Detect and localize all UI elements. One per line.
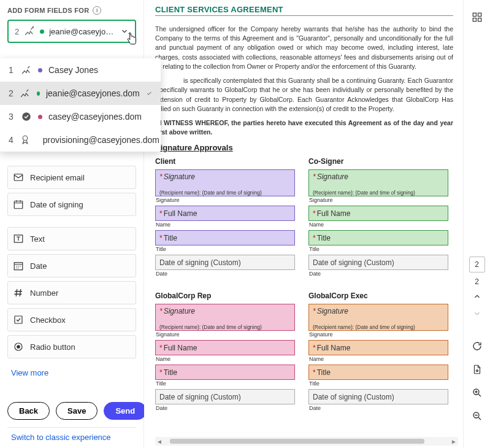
- signature-block: GlobalCorp Exec*Signature(Recipient name…: [308, 292, 448, 414]
- field-date[interactable]: Date: [7, 254, 136, 277]
- switch-classic-link[interactable]: Switch to classic experience: [7, 433, 136, 442]
- scroll-left-icon[interactable]: ◄: [155, 438, 164, 445]
- back-button[interactable]: Back: [7, 402, 50, 420]
- check-icon: [146, 89, 152, 98]
- signature-field[interactable]: *Signature: [308, 304, 448, 323]
- date-field[interactable]: Date of signing (Custom): [155, 389, 295, 404]
- doc-title: CLIENT SERVICES AGREEMENT: [155, 5, 453, 14]
- signature-grid: Client*Signature(Recipient name): (Date …: [155, 157, 453, 414]
- dropdown-item-4[interactable]: 4 provisioning@caseyjones.dom: [0, 128, 161, 152]
- view-more-link[interactable]: View more: [7, 362, 136, 384]
- field-caption: Signature: [309, 331, 448, 338]
- field-number[interactable]: Number: [7, 281, 136, 304]
- title-field[interactable]: *Title: [155, 365, 295, 380]
- sign-icon: [24, 26, 35, 37]
- dd-label: provisioning@caseyjones.dom: [43, 135, 159, 145]
- role-label: GlobalCorp Exec: [308, 292, 448, 300]
- svg-rect-13: [478, 18, 481, 21]
- svg-point-9: [17, 346, 20, 349]
- page-indicator: 2: [475, 277, 479, 286]
- field-radio[interactable]: Radio button: [7, 335, 136, 358]
- scroll-right-icon[interactable]: ►: [450, 438, 458, 445]
- field-caption: Title: [309, 380, 448, 387]
- field-caption: Date: [156, 271, 295, 277]
- dd-num: 3: [9, 112, 15, 122]
- sign-icon: [21, 64, 32, 75]
- number-icon: [13, 287, 24, 298]
- fullname-field[interactable]: *Full Name: [308, 340, 448, 355]
- dd-dot: [38, 68, 42, 72]
- rotate-icon[interactable]: [466, 335, 488, 357]
- signature-subline: (Recipient name): (Date and time of sign…: [155, 323, 295, 331]
- field-text[interactable]: Text: [7, 227, 136, 250]
- field-label: Number: [30, 288, 58, 298]
- role-label: GlobalCorp Rep: [155, 292, 295, 300]
- heading-text: ADD FORM FIELDS FOR: [7, 7, 89, 14]
- field-caption: Date: [309, 405, 448, 411]
- title-field[interactable]: *Title: [308, 230, 448, 245]
- field-label: Checkbox: [30, 315, 66, 325]
- dropdown-item-3[interactable]: 3 casey@caseyjones.dom: [0, 105, 161, 128]
- field-checkbox[interactable]: Checkbox: [7, 308, 136, 331]
- field-caption: Signature: [156, 331, 295, 338]
- field-caption: Signature: [309, 197, 448, 203]
- checkbox-icon: [13, 314, 24, 325]
- save-button[interactable]: Save: [56, 402, 98, 420]
- page-count-box[interactable]: 2: [469, 257, 485, 272]
- fullname-field[interactable]: *Full Name: [308, 206, 448, 221]
- svg-rect-12: [473, 18, 476, 21]
- svg-point-2: [23, 136, 28, 141]
- signature-field[interactable]: *Signature: [308, 169, 448, 189]
- dd-dot: [37, 91, 40, 96]
- dd-num: 1: [9, 65, 15, 75]
- send-button[interactable]: Send: [104, 402, 147, 420]
- date-icon: [13, 260, 24, 271]
- field-label: Date of signing: [30, 200, 83, 209]
- scrollbar-thumb[interactable]: [170, 439, 424, 444]
- radio-icon: [13, 341, 24, 352]
- recipient-number: 2: [15, 27, 19, 36]
- calendar-icon: [13, 199, 24, 210]
- fullname-field[interactable]: *Full Name: [155, 340, 295, 355]
- field-caption: Signature: [156, 197, 295, 203]
- grid-view-icon[interactable]: [466, 6, 488, 28]
- title-field[interactable]: *Title: [155, 230, 295, 245]
- zoom-out-icon[interactable]: [466, 405, 488, 427]
- role-label: Co-Signer: [308, 157, 448, 166]
- svg-rect-11: [478, 13, 481, 16]
- email-icon: [13, 172, 24, 183]
- zoom-in-icon[interactable]: [466, 382, 488, 404]
- field-label: Text: [30, 234, 45, 244]
- date-field[interactable]: Date of signing (Custom): [155, 255, 295, 270]
- page-up-button[interactable]: [467, 288, 487, 304]
- svg-point-1: [22, 112, 31, 121]
- section-heading: Signature Approvals: [155, 143, 453, 152]
- title-field[interactable]: *Title: [308, 365, 448, 380]
- date-field[interactable]: Date of signing (Custom): [308, 255, 448, 270]
- page-down-button[interactable]: [467, 306, 487, 322]
- left-panel: ADD FORM FIELDS FOR i 2 jeanie@caseyjon.…: [0, 0, 144, 448]
- field-label: Radio button: [30, 342, 75, 352]
- horizontal-scrollbar[interactable]: ◄ ►: [155, 437, 458, 446]
- field-caption: Title: [309, 246, 448, 252]
- signature-field[interactable]: *Signature: [155, 169, 295, 189]
- download-icon[interactable]: [466, 358, 488, 380]
- field-label: Date: [30, 261, 47, 271]
- dd-label: casey@caseyjones.dom: [48, 112, 152, 122]
- bottom-actions: Back Save Send: [7, 393, 136, 420]
- dropdown-item-1[interactable]: 1 Casey Jones: [0, 58, 161, 82]
- recipient-label: jeanie@caseyjon...: [49, 27, 115, 36]
- dropdown-item-2[interactable]: 2 jeanie@caseyjones.dom: [0, 82, 161, 105]
- field-date-of-signing[interactable]: Date of signing: [7, 193, 136, 216]
- field-caption: Name: [156, 356, 295, 362]
- fullname-field[interactable]: *Full Name: [155, 206, 295, 221]
- info-icon[interactable]: i: [93, 6, 101, 15]
- cc-icon: [20, 134, 31, 145]
- field-recipient-email[interactable]: Recipient email: [7, 166, 136, 189]
- signature-field[interactable]: *Signature: [155, 304, 295, 323]
- field-caption: Name: [156, 222, 295, 228]
- date-field[interactable]: Date of signing (Custom): [308, 389, 448, 404]
- recipient-select[interactable]: 2 jeanie@caseyjon...: [7, 20, 136, 43]
- signature-subline: (Recipient name): (Date and time of sign…: [308, 323, 448, 331]
- svg-rect-4: [14, 201, 23, 209]
